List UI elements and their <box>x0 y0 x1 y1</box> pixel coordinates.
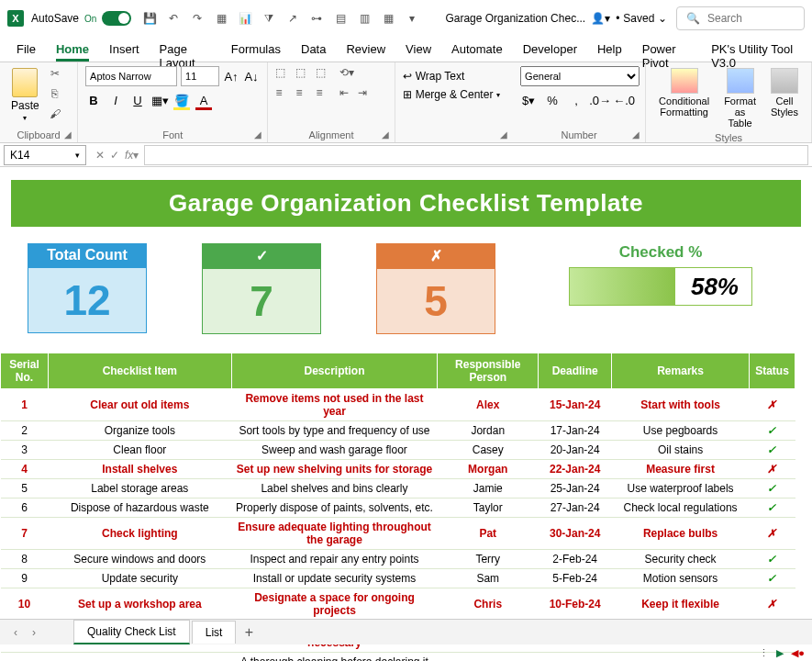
next-sheet-icon[interactable]: › <box>26 624 42 641</box>
status-cell[interactable]: ✓ <box>749 550 795 569</box>
cell[interactable]: Ensure adequate lighting throughout the … <box>231 518 438 550</box>
underline-button[interactable]: U <box>129 92 146 108</box>
th-item[interactable]: Checklist Item <box>48 353 231 389</box>
clipboard-launcher-icon[interactable]: ◢ <box>64 129 75 140</box>
tab-data[interactable]: Data <box>301 40 326 62</box>
merge-center-button[interactable]: ⊞ Merge & Center ▾ <box>403 88 506 101</box>
cell[interactable]: Dispose of hazardous waste <box>48 499 231 518</box>
cell[interactable]: Pat <box>438 518 539 550</box>
saved-indicator[interactable]: • Saved ⌄ <box>616 12 667 25</box>
currency-icon[interactable]: $▾ <box>520 92 537 108</box>
name-box[interactable]: K14 ▾ <box>4 145 86 165</box>
cell[interactable]: Replace bulbs <box>612 518 750 550</box>
cell[interactable]: 6 <box>1 499 49 518</box>
save-icon[interactable]: 💾 <box>142 11 157 26</box>
calc-icon[interactable]: ▦ <box>381 11 395 26</box>
tab-utility[interactable]: PK's Utility Tool V3.0 <box>711 40 795 62</box>
enter-formula-icon[interactable]: ✓ <box>110 149 119 162</box>
cell[interactable]: 1 <box>1 389 49 421</box>
cell[interactable]: Sweep and wash garage floor <box>231 441 438 460</box>
status-cell[interactable]: ✓ <box>749 441 795 460</box>
search-input[interactable] <box>707 12 795 25</box>
cell[interactable]: 27-Jan-24 <box>539 499 612 518</box>
autosave-toggle[interactable]: AutoSave On <box>31 11 131 26</box>
tab-view[interactable]: View <box>406 40 431 62</box>
tab-file[interactable]: File <box>17 40 36 62</box>
cell[interactable]: A thorough cleaning before declaring it … <box>231 653 438 662</box>
checklist-table[interactable]: Serial No. Checklist Item Description Re… <box>0 353 795 661</box>
table-row[interactable]: 7Check lightingEnsure adequate lighting … <box>1 518 795 550</box>
font-color-button[interactable]: A <box>195 92 212 108</box>
cell[interactable]: 7 <box>1 518 49 550</box>
tab-formulas[interactable]: Formulas <box>231 40 281 62</box>
cell[interactable]: Check local regulations <box>612 499 750 518</box>
status-cell[interactable]: ✓ <box>749 569 795 588</box>
cell[interactable]: Alex <box>438 389 539 421</box>
cell[interactable]: Keep it flexible <box>612 588 750 621</box>
cell[interactable]: 5-Feb-24 <box>539 569 612 588</box>
cell[interactable]: Check lighting <box>48 518 231 550</box>
table-row[interactable]: 9Update securityInstall or update securi… <box>1 569 795 588</box>
cell[interactable]: Clear out old items <box>48 389 231 421</box>
table-row[interactable]: 10Set up a workshop areaDesignate a spac… <box>1 588 795 621</box>
cell[interactable]: Casey <box>438 441 539 460</box>
tab-review[interactable]: Review <box>346 40 385 62</box>
table-row[interactable]: 6Dispose of hazardous wasteProperly disp… <box>1 499 795 518</box>
table-row[interactable]: 1Clear out old itemsRemove items not use… <box>1 389 795 421</box>
undo-icon[interactable]: ↶ <box>166 11 181 26</box>
bold-button[interactable]: B <box>85 92 102 108</box>
cell[interactable]: 10-Feb-24 <box>539 588 612 621</box>
table-row[interactable]: 5Label storage areasLabel shelves and bi… <box>1 479 795 499</box>
alignment-launcher-icon[interactable]: ◢ <box>382 129 393 140</box>
table-row[interactable]: 8Secure windows and doorsInspect and rep… <box>1 550 795 569</box>
cell[interactable]: Jamie <box>438 479 539 499</box>
format-painter-icon[interactable]: 🖌 <box>47 106 63 121</box>
sheet-tab-quality[interactable]: Quality Check List <box>73 620 190 644</box>
search-box[interactable]: 🔍 <box>676 6 805 30</box>
fx-icon[interactable]: fx▾ <box>125 149 139 162</box>
cell[interactable]: 10 <box>1 588 49 621</box>
italic-button[interactable]: I <box>107 92 124 108</box>
cell[interactable]: 22-Jan-24 <box>539 460 612 479</box>
redo-icon[interactable]: ↷ <box>190 11 205 26</box>
table-row[interactable]: 2Organize toolsSort tools by type and fr… <box>1 421 795 441</box>
cell[interactable]: 2 <box>1 421 49 441</box>
cell[interactable]: Use pegboards <box>612 421 750 441</box>
cell[interactable]: Set up a workshop area <box>48 588 231 621</box>
th-status[interactable]: Status <box>749 353 795 389</box>
cell[interactable]: Security check <box>612 550 750 569</box>
font-launcher-icon[interactable]: ◢ <box>254 129 265 140</box>
cell[interactable]: Final sweep <box>612 653 750 662</box>
cell[interactable]: 2-Feb-24 <box>539 550 612 569</box>
align-top-icon[interactable]: ⬚ <box>275 66 292 83</box>
cell[interactable]: Update security <box>48 569 231 588</box>
formula-input[interactable] <box>144 145 808 165</box>
table-icon[interactable]: ▤ <box>333 11 348 26</box>
align-middle-icon[interactable]: ⬚ <box>295 66 312 83</box>
status-cell[interactable]: ✗ <box>749 518 795 550</box>
status-cell[interactable]: ✗ <box>749 389 795 421</box>
th-serial[interactable]: Serial No. <box>1 353 49 389</box>
status-cell[interactable]: ✓ <box>749 499 795 518</box>
cut-icon[interactable]: ✂ <box>47 66 63 81</box>
cell[interactable]: Start with tools <box>612 389 750 421</box>
th-desc[interactable]: Description <box>231 353 438 389</box>
filter-icon[interactable]: ⧩ <box>261 11 276 26</box>
cell[interactable]: Clean floor <box>48 441 231 460</box>
cell[interactable]: 17-Jan-24 <box>539 421 612 441</box>
tab-home[interactable]: Home <box>56 40 89 62</box>
cell[interactable]: Use waterproof labels <box>612 479 750 499</box>
share-icon[interactable]: ↗ <box>285 11 300 26</box>
tab-insert[interactable]: Insert <box>109 40 139 62</box>
status-cell[interactable]: ✓ <box>749 479 795 499</box>
grid-icon[interactable]: ▦ <box>214 11 228 26</box>
cell[interactable]: 9 <box>1 569 49 588</box>
cell[interactable]: Chris <box>438 588 539 621</box>
play-icon[interactable]: ▶ <box>776 647 784 659</box>
toggle-switch-icon[interactable] <box>102 11 131 26</box>
more-icon[interactable]: ▾ <box>405 11 419 26</box>
align-right-icon[interactable]: ≡ <box>316 86 332 103</box>
cell[interactable]: 15-Jan-24 <box>539 389 612 421</box>
th-person[interactable]: Responsible Person <box>438 353 539 389</box>
cell[interactable]: 12 <box>1 653 49 662</box>
